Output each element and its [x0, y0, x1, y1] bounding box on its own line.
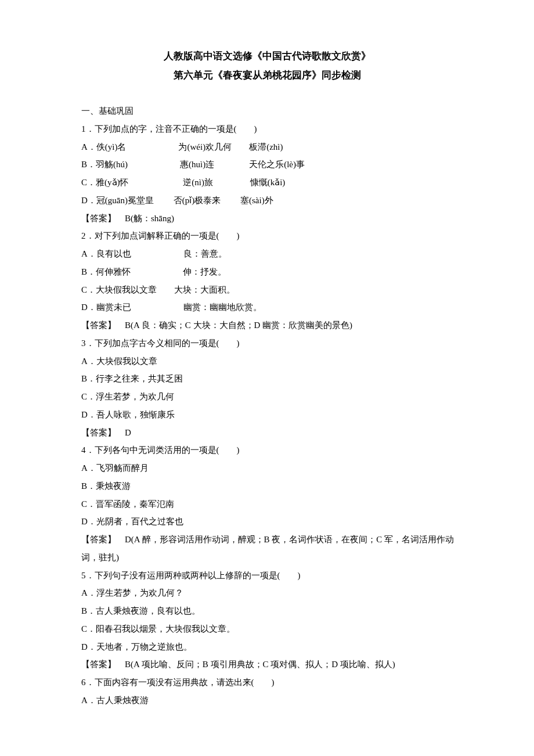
- q2-stem: 2．对下列加点词解释正确的一项是( ): [64, 227, 470, 245]
- q2-optC: C．大块假我以文章 大块：大面积。: [64, 281, 470, 299]
- q6-optA: A．古人秉烛夜游: [64, 692, 470, 710]
- q1-stem: 1．下列加点的字，注音不正确的一项是( ): [64, 120, 470, 138]
- q2-optB: B．何伸雅怀 伸：抒发。: [64, 263, 470, 281]
- q2-optD: D．幽赏未已 幽赏：幽幽地欣赏。: [64, 298, 470, 316]
- q1-answer: 【答案】 B(觞：shāng): [64, 210, 470, 228]
- q3-optC: C．浮生若梦，为欢几何: [64, 388, 470, 406]
- q1-optD: D．冠(guān)冕堂皇 否(pǐ)极泰来 塞(sài)外: [64, 192, 470, 210]
- q3-optA: A．大块假我以文章: [64, 352, 470, 370]
- q3-stem: 3．下列加点字古今义相同的一项是( ): [64, 334, 470, 352]
- q4-optB: B．秉烛夜游: [64, 477, 470, 495]
- q5-optD: D．天地者，万物之逆旅也。: [64, 638, 470, 656]
- q5-optC: C．阳春召我以烟景，大块假我以文章。: [64, 620, 470, 638]
- q2-optA: A．良有以也 良：善意。: [64, 245, 470, 263]
- q3-answer: 【答案】 D: [64, 424, 470, 442]
- q5-stem: 5．下列句子没有运用两种或两种以上修辞的一项是( ): [64, 567, 470, 585]
- doc-title-2: 第六单元《春夜宴从弟桃花园序》同步检测: [64, 66, 470, 85]
- q4-answer: 【答案】 D(A 醉，形容词活用作动词，醉观；B 夜，名词作状语，在夜间；C 军…: [64, 531, 470, 567]
- q1-optC: C．雅(yǎ)怀 逆(nì)旅 慷慨(kǎi): [64, 174, 470, 192]
- section-header: 一、基础巩固: [64, 102, 470, 120]
- q1-optA: A．佚(yì)名 为(wéi)欢几何 板滞(zhì): [64, 138, 470, 156]
- q3-optD: D．吾人咏歌，独惭康乐: [64, 406, 470, 424]
- q2-answer: 【答案】 B(A 良：确实；C 大块：大自然；D 幽赏：欣赏幽美的景色): [64, 316, 470, 334]
- q5-optA: A．浮生若梦，为欢几何？: [64, 584, 470, 602]
- q5-answer: 【答案】 B(A 项比喻、反问；B 项引用典故；C 项对偶、拟人；D 项比喻、拟…: [64, 656, 470, 674]
- q6-stem: 6．下面内容有一项没有运用典故，请选出来( ): [64, 674, 470, 692]
- q4-optD: D．光阴者，百代之过客也: [64, 513, 470, 531]
- q3-optB: B．行李之往来，共其乏困: [64, 370, 470, 388]
- q4-optC: C．晋军函陵，秦军氾南: [64, 495, 470, 513]
- q5-optB: B．古人秉烛夜游，良有以也。: [64, 602, 470, 620]
- doc-title-1: 人教版高中语文选修《中国古代诗歌散文欣赏》: [64, 46, 470, 66]
- body: 一、基础巩固 1．下列加点的字，注音不正确的一项是( ) A．佚(yì)名 为(…: [64, 102, 470, 710]
- q4-stem: 4．下列各句中无词类活用的一项是( ): [64, 441, 470, 459]
- q4-optA: A．飞羽觞而醉月: [64, 459, 470, 477]
- q1-optB: B．羽觞(hú) 惠(huì)连 天伦之乐(lè)事: [64, 156, 470, 174]
